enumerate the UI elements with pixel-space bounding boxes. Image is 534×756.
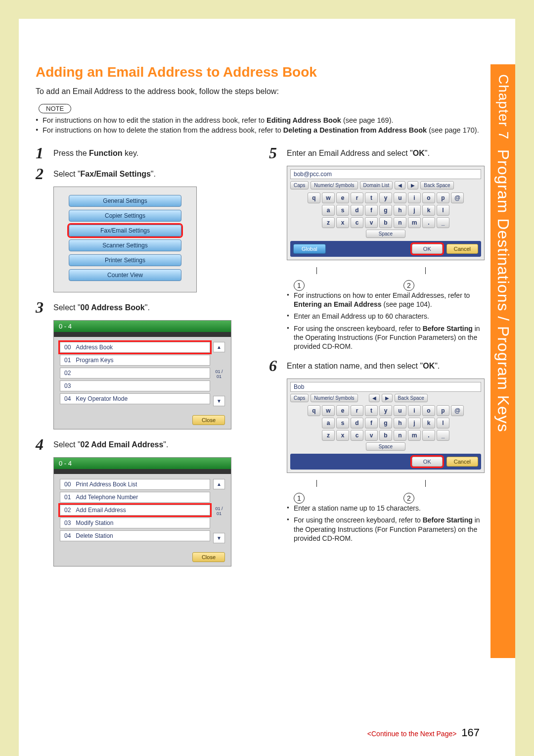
key-s[interactable]: s — [336, 418, 349, 428]
close-button[interactable]: Close — [192, 415, 225, 425]
space-key[interactable]: Space — [366, 230, 405, 238]
key-e[interactable]: e — [336, 405, 349, 416]
space-key[interactable]: Space — [366, 442, 405, 451]
scroll-down-icon[interactable]: ▼ — [213, 533, 225, 543]
key-@[interactable]: @ — [451, 192, 464, 203]
key-w[interactable]: w — [322, 405, 335, 416]
key-x[interactable]: x — [336, 217, 349, 228]
key-s[interactable]: s — [336, 205, 349, 216]
key-m[interactable]: m — [408, 217, 421, 228]
key-z[interactable]: z — [322, 430, 335, 441]
key-t[interactable]: t — [365, 192, 378, 203]
backspace-button[interactable]: Back Space — [420, 181, 453, 189]
close-button[interactable]: Close — [192, 552, 225, 562]
numeric-symbols-button[interactable]: Numeric/ Symbols — [311, 394, 357, 402]
key-q[interactable]: q — [308, 192, 320, 203]
key-r[interactable]: r — [351, 405, 363, 416]
scroll-down-icon[interactable]: ▼ — [213, 396, 225, 406]
cursor-left-icon[interactable]: ◀ — [395, 181, 405, 189]
key-i[interactable]: i — [408, 192, 421, 203]
key-q[interactable]: q — [308, 405, 320, 416]
key-c[interactable]: c — [351, 430, 363, 441]
list-row-01-add-phone[interactable]: 01Add Telephone Number — [60, 492, 210, 503]
key-i[interactable]: i — [408, 405, 421, 416]
key-p[interactable]: p — [437, 192, 449, 203]
key-d[interactable]: d — [351, 418, 363, 428]
list-row-02-add-email[interactable]: 02Add Email Address — [60, 505, 210, 516]
list-row-01-program-keys[interactable]: 01Program Keys — [60, 355, 210, 366]
key-h[interactable]: h — [394, 205, 406, 216]
key-b[interactable]: b — [379, 430, 392, 441]
scroll-up-icon[interactable]: ▲ — [213, 479, 225, 489]
key-l[interactable]: l — [437, 418, 449, 428]
key-t[interactable]: t — [365, 405, 378, 416]
ok-button[interactable]: OK — [412, 457, 443, 467]
backspace-button[interactable]: Back Space — [395, 394, 428, 402]
cursor-right-icon[interactable]: ▶ — [407, 181, 418, 189]
key-@[interactable]: @ — [451, 405, 464, 416]
global-button[interactable]: Global — [293, 244, 326, 254]
caps-button[interactable]: Caps — [290, 181, 309, 189]
key-a[interactable]: a — [322, 205, 335, 216]
key-n[interactable]: n — [394, 430, 406, 441]
key-u[interactable]: u — [394, 192, 406, 203]
key-v[interactable]: v — [365, 430, 378, 441]
key-u[interactable]: u — [394, 405, 406, 416]
list-row-03[interactable]: 03 — [60, 380, 210, 391]
key-d[interactable]: d — [351, 205, 363, 216]
menu-copier-settings[interactable]: Copier Settings — [69, 210, 181, 222]
key-o[interactable]: o — [422, 192, 435, 203]
key-c[interactable]: c — [351, 217, 363, 228]
email-input[interactable]: bob@pcc.com — [290, 169, 481, 179]
ok-button[interactable]: OK — [412, 244, 443, 254]
key-p[interactable]: p — [437, 405, 449, 416]
key-r[interactable]: r — [351, 192, 363, 203]
list-row-00-address-book[interactable]: 00Address Book — [60, 342, 210, 353]
key-k[interactable]: k — [422, 418, 435, 428]
key-x[interactable]: x — [336, 430, 349, 441]
cursor-left-icon[interactable]: ◀ — [369, 394, 380, 402]
key-.[interactable]: . — [422, 217, 435, 228]
menu-printer-settings[interactable]: Printer Settings — [69, 254, 181, 266]
key-g[interactable]: g — [379, 418, 392, 428]
key-j[interactable]: j — [408, 205, 421, 216]
key-v[interactable]: v — [365, 217, 378, 228]
key-f[interactable]: f — [365, 418, 378, 428]
key-n[interactable]: n — [394, 217, 406, 228]
domain-list-button[interactable]: Domain List — [360, 181, 393, 189]
cancel-button[interactable]: Cancel — [446, 244, 478, 254]
key-.[interactable]: . — [422, 430, 435, 441]
caps-button[interactable]: Caps — [290, 394, 309, 402]
key-_[interactable]: _ — [437, 430, 449, 441]
key-h[interactable]: h — [394, 418, 406, 428]
key-k[interactable]: k — [422, 205, 435, 216]
key-y[interactable]: y — [379, 192, 392, 203]
key-m[interactable]: m — [408, 430, 421, 441]
key-f[interactable]: f — [365, 205, 378, 216]
key-y[interactable]: y — [379, 405, 392, 416]
menu-fax-email-settings[interactable]: Fax/Email Settings — [69, 225, 181, 236]
numeric-symbols-button[interactable]: Numeric/ Symbols — [311, 181, 357, 189]
list-row-03-modify[interactable]: 03Modify Station — [60, 518, 210, 528]
key-o[interactable]: o — [422, 405, 435, 416]
station-name-input[interactable]: Bob — [290, 382, 481, 392]
scroll-up-icon[interactable]: ▲ — [213, 342, 225, 352]
list-row-04-key-operator[interactable]: 04Key Operator Mode — [60, 393, 210, 404]
key-w[interactable]: w — [322, 192, 335, 203]
key-l[interactable]: l — [437, 205, 449, 216]
cursor-right-icon[interactable]: ▶ — [382, 394, 393, 402]
key-j[interactable]: j — [408, 418, 421, 428]
key-g[interactable]: g — [379, 205, 392, 216]
key-b[interactable]: b — [379, 217, 392, 228]
list-row-00-print[interactable]: 00Print Address Book List — [60, 479, 210, 490]
list-row-04-delete[interactable]: 04Delete Station — [60, 530, 210, 541]
key-z[interactable]: z — [322, 217, 335, 228]
key-_[interactable]: _ — [437, 217, 449, 228]
key-e[interactable]: e — [336, 192, 349, 203]
menu-counter-view[interactable]: Counter View — [69, 269, 181, 281]
key-a[interactable]: a — [322, 418, 335, 428]
menu-general-settings[interactable]: General Settings — [69, 195, 181, 207]
cancel-button[interactable]: Cancel — [446, 457, 478, 467]
menu-scanner-settings[interactable]: Scanner Settings — [69, 239, 181, 251]
list-row-02[interactable]: 02 — [60, 368, 210, 378]
